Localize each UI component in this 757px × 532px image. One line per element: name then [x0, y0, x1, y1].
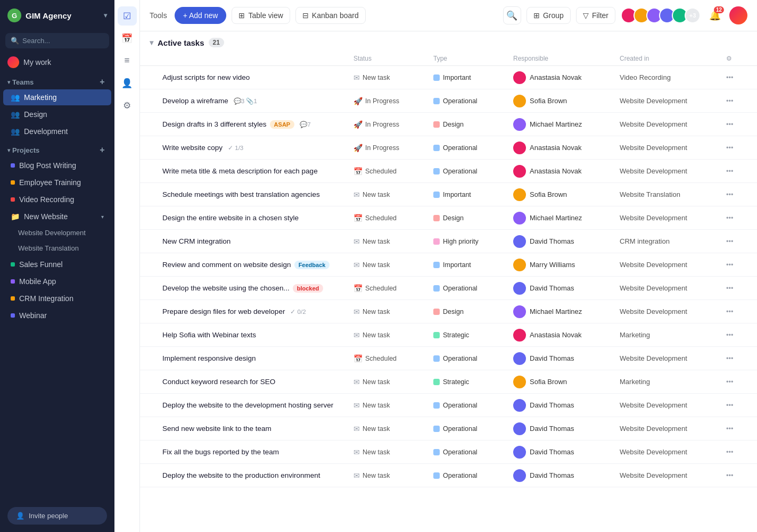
- table-row[interactable]: Deploy the website to the production env…: [140, 464, 757, 487]
- table-row[interactable]: New CRM integration ✉ New task High prio…: [140, 230, 757, 253]
- filter-button[interactable]: ▽ Filter: [576, 7, 615, 24]
- sidebar-item-sales-funnel[interactable]: Sales Funnel: [3, 256, 111, 272]
- kanban-board-button[interactable]: ⊟ Kanban board: [295, 7, 366, 24]
- projects-section-header[interactable]: ▾ Projects +: [0, 140, 114, 157]
- task-row-options[interactable]: •••: [726, 214, 747, 222]
- task-responsible: David Thomas: [513, 446, 620, 459]
- table-row[interactable]: Prepare design files for web developer ✓…: [140, 300, 757, 323]
- task-row-options[interactable]: •••: [726, 97, 747, 105]
- table-row[interactable]: Design drafts in 3 different styles ASAP…: [140, 113, 757, 136]
- logo-icon: G: [7, 9, 21, 22]
- section-collapse-icon[interactable]: ▾: [150, 38, 153, 47]
- sidebar-item-development[interactable]: 👥 Development: [3, 123, 111, 139]
- table-row[interactable]: Fix all the bugs reported by the team ✉ …: [140, 440, 757, 464]
- table-row[interactable]: Schedule meetings with best translation …: [140, 183, 757, 206]
- table-row[interactable]: Write website copy ✓ 1/3 🚀 In Progress O…: [140, 136, 757, 160]
- main-content: Tools + Add new ⊞ Table view ⊟ Kanban bo…: [140, 0, 757, 532]
- table-row[interactable]: Adjust scripts for new video ✉ New task …: [140, 66, 757, 89]
- table-view-button[interactable]: ⊞ Table view: [232, 7, 290, 24]
- task-type: Strategic: [433, 378, 513, 386]
- task-row-options[interactable]: •••: [726, 284, 747, 292]
- icon-settings[interactable]: ⚙: [118, 96, 137, 115]
- task-status: 🚀 In Progress: [353, 144, 433, 152]
- task-status: ✉ New task: [353, 261, 433, 269]
- task-status-label: In Progress: [365, 144, 399, 152]
- sidebar-item-website-development[interactable]: Website Development: [3, 226, 111, 240]
- sidebar-item-website-translation[interactable]: Website Translation: [3, 241, 111, 255]
- sidebar-item-mobile-app[interactable]: Mobile App: [3, 273, 111, 289]
- user-avatar[interactable]: [729, 6, 747, 24]
- responsible-name: David Thomas: [530, 448, 574, 456]
- table-row[interactable]: Deploy the website to the development ho…: [140, 394, 757, 417]
- sidebar-item-webinar[interactable]: Webinar: [3, 307, 111, 323]
- app-logo[interactable]: G GIM Agency ▾: [0, 0, 114, 31]
- sidebar-item-employee-training[interactable]: Employee Training: [3, 174, 111, 190]
- app-name: GIM Agency: [26, 11, 71, 20]
- task-row-options[interactable]: •••: [726, 331, 747, 339]
- table-row[interactable]: Develop the website using the chosen... …: [140, 277, 757, 300]
- table-row[interactable]: Design the entire website in a chosen st…: [140, 206, 757, 230]
- sidebar-item-video-recording[interactable]: Video Recording: [3, 192, 111, 207]
- table-row[interactable]: Help Sofia with Webinar texts ✉ New task…: [140, 323, 757, 347]
- task-row-options[interactable]: •••: [726, 190, 747, 198]
- icon-person[interactable]: 👤: [118, 73, 137, 93]
- icon-tasks[interactable]: ☑: [118, 6, 137, 26]
- task-type-dot: [433, 285, 440, 292]
- task-name-text: Help Sofia with Webinar texts: [162, 331, 256, 339]
- icon-list[interactable]: ≡: [118, 51, 137, 70]
- add-team-button[interactable]: +: [97, 77, 107, 87]
- search-button[interactable]: 🔍: [503, 6, 521, 24]
- task-type: Important: [433, 261, 513, 269]
- search-bar[interactable]: 🔍 Search...: [5, 33, 109, 48]
- table-row[interactable]: Write meta title & meta description for …: [140, 160, 757, 183]
- teams-section-header[interactable]: ▾ Teams +: [0, 72, 114, 89]
- add-new-button[interactable]: + Add new: [175, 7, 227, 24]
- sidebar-item-blog-post[interactable]: Blog Post Writing: [3, 157, 111, 173]
- sidebar-item-design[interactable]: 👥 Design: [3, 106, 111, 122]
- task-row-options[interactable]: •••: [726, 167, 747, 175]
- task-name-text: Design drafts in 3 different styles: [162, 120, 267, 128]
- responsible-name: David Thomas: [530, 471, 574, 479]
- table-row[interactable]: Send new website link to the team ✉ New …: [140, 417, 757, 440]
- add-project-button[interactable]: +: [97, 145, 107, 155]
- sidebar-item-new-website[interactable]: 📁 New Website ▾: [3, 209, 111, 225]
- avatar-more[interactable]: +3: [685, 7, 701, 23]
- invite-people-button[interactable]: 👤 Invite people: [7, 507, 107, 525]
- task-type: Operational: [433, 355, 513, 362]
- col-settings[interactable]: ⚙: [726, 55, 747, 62]
- task-row-options[interactable]: •••: [726, 448, 747, 456]
- task-row-options[interactable]: •••: [726, 120, 747, 128]
- responsible-name: Anastasia Novak: [530, 144, 582, 152]
- group-button[interactable]: ⊞ Group: [526, 7, 571, 24]
- task-row-options[interactable]: •••: [726, 425, 747, 433]
- sidebar-item-marketing[interactable]: 👥 Marketing: [3, 89, 111, 105]
- notifications-button[interactable]: 🔔 12: [706, 6, 724, 24]
- app-dropdown-icon[interactable]: ▾: [104, 12, 107, 19]
- task-row-options[interactable]: •••: [726, 261, 747, 269]
- table-row[interactable]: Conduct keyword research for SEO ✉ New t…: [140, 370, 757, 394]
- sidebar-item-crm-integration[interactable]: CRM Integration: [3, 290, 111, 306]
- task-status-label: New task: [363, 238, 390, 245]
- task-row-options[interactable]: •••: [726, 144, 747, 152]
- task-row-options[interactable]: •••: [726, 73, 747, 81]
- responsible-name: David Thomas: [530, 284, 574, 292]
- task-row-options[interactable]: •••: [726, 401, 747, 409]
- responsible-avatar: [513, 376, 526, 388]
- col-type: Type: [433, 55, 513, 62]
- table-row[interactable]: Implement responsive design 📅 Scheduled …: [140, 347, 757, 370]
- task-row-options[interactable]: •••: [726, 354, 747, 362]
- task-row-options[interactable]: •••: [726, 471, 747, 479]
- task-type-dot: [433, 192, 440, 198]
- task-row-options[interactable]: •••: [726, 378, 747, 386]
- table-row[interactable]: Review and comment on website design Fee…: [140, 253, 757, 277]
- my-work-item[interactable]: My work: [0, 53, 114, 72]
- task-row-options[interactable]: •••: [726, 237, 747, 245]
- responsible-avatar: [513, 329, 526, 342]
- icon-calendar[interactable]: 📅: [118, 29, 137, 48]
- blog-post-dot: [11, 163, 15, 168]
- task-row-options[interactable]: •••: [726, 307, 747, 315]
- task-name-text: Review and comment on website design: [162, 261, 291, 269]
- table-row[interactable]: Develop a wireframe 💬3 📎1 🚀 In Progress …: [140, 89, 757, 113]
- task-status: 📅 Scheduled: [353, 167, 433, 176]
- active-tasks-section[interactable]: ▾ Active tasks 21: [140, 31, 757, 52]
